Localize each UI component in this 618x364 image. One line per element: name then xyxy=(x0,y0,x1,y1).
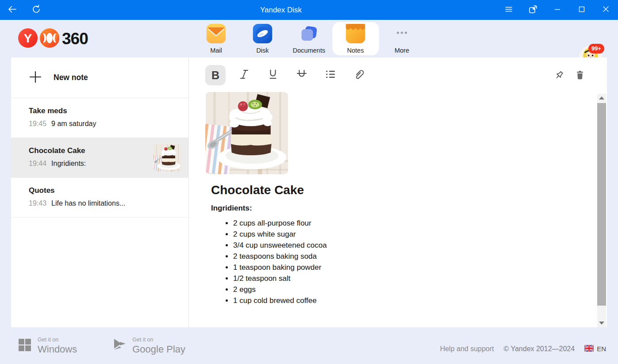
tab-documents[interactable]: Documents xyxy=(286,22,332,55)
note-subtitle[interactable]: Ingridients: xyxy=(205,204,607,213)
note-item-title: Take meds xyxy=(29,107,188,115)
minimize-icon xyxy=(554,6,560,14)
more-dots-icon xyxy=(392,24,412,45)
yandex-y-icon: Y xyxy=(18,28,38,50)
gplay-label: Google Play xyxy=(132,344,185,355)
note-list-item-quotes[interactable]: Quotes 19:43 Life has no limitations... xyxy=(11,178,188,218)
delete-note-button[interactable] xyxy=(574,69,586,81)
ingredient-item[interactable]: 2 cups all-purpose flour xyxy=(233,218,607,229)
windows-logo-icon xyxy=(18,338,32,354)
gplay-get-it-on: Get it on xyxy=(132,337,185,343)
attach-file-button[interactable] xyxy=(349,65,369,85)
tab-mail[interactable]: Mail xyxy=(193,22,239,55)
pin-icon xyxy=(553,69,565,81)
note-list-item-take-meds[interactable]: Take meds 19:45 9 am saturday xyxy=(11,98,188,138)
note-item-time: 19:44 xyxy=(29,160,46,168)
main-sheet: New note Take meds 19:45 9 am saturday C… xyxy=(11,57,607,327)
paperclip-icon xyxy=(353,68,365,82)
bullet-list-icon xyxy=(325,69,336,82)
note-title[interactable]: Chocolate Cake xyxy=(205,183,607,197)
windows-label: Windows xyxy=(38,344,77,355)
ingredients-list[interactable]: 2 cups all-purpose flour 2 cups white su… xyxy=(205,218,607,306)
hamburger-icon xyxy=(504,5,513,15)
maximize-icon xyxy=(579,6,585,14)
minimize-to-tray-icon xyxy=(528,4,538,16)
service-tabs: Mail Disk xyxy=(193,22,425,55)
yandex360-logo[interactable]: Y xyxy=(18,28,88,50)
window-title: Yandex Disk xyxy=(250,6,312,15)
refresh-button[interactable] xyxy=(29,3,44,18)
360-aperture-icon xyxy=(39,28,60,50)
note-item-time: 19:45 xyxy=(29,120,46,128)
tab-disk[interactable]: Disk xyxy=(239,22,286,55)
ingredient-item[interactable]: 1/2 teaspoon salt xyxy=(233,273,607,284)
bold-button[interactable]: B xyxy=(205,65,226,85)
documents-icon xyxy=(299,24,319,45)
underline-button[interactable] xyxy=(263,65,283,85)
svg-text:Y: Y xyxy=(24,31,32,45)
bullet-list-button[interactable] xyxy=(320,65,341,85)
close-button[interactable] xyxy=(594,0,618,20)
note-item-title: Quotes xyxy=(29,186,188,195)
note-item-preview: Life has no limitations... xyxy=(51,199,125,207)
notification-badge: 99+ xyxy=(588,44,604,54)
footer: Get it on Windows Get it on Google Play … xyxy=(0,327,618,364)
strikethrough-icon xyxy=(296,68,308,82)
note-content[interactable]: Chocolate Cake Ingridients: 2 cups all-p… xyxy=(205,92,607,306)
mail-icon xyxy=(207,24,226,45)
note-list-item-chocolate-cake[interactable]: Chocolate Cake 19:44 Ingridients: xyxy=(11,138,188,178)
note-thumbnail-cake xyxy=(154,144,181,172)
italic-button[interactable] xyxy=(234,65,254,85)
language-code: EN xyxy=(597,345,606,353)
note-editor: B xyxy=(189,57,607,327)
back-button[interactable] xyxy=(5,3,20,18)
note-item-time: 19:43 xyxy=(29,199,46,207)
tab-documents-label: Documents xyxy=(293,47,325,54)
notes-icon xyxy=(346,24,365,45)
italic-icon xyxy=(238,69,250,82)
header: Y xyxy=(0,20,618,57)
strikethrough-button[interactable] xyxy=(292,65,312,85)
underline-icon xyxy=(267,69,279,82)
scrollbar-down-arrow-icon[interactable] xyxy=(599,322,604,325)
pin-note-button[interactable] xyxy=(553,69,565,81)
logo-360-text: 360 xyxy=(62,30,88,48)
minimize-button[interactable] xyxy=(545,0,569,20)
note-image-cake[interactable] xyxy=(205,92,288,174)
windows-get-it-on: Get it on xyxy=(38,337,77,343)
trash-icon xyxy=(574,69,586,81)
back-arrow-icon xyxy=(7,4,18,16)
bold-icon: B xyxy=(211,69,219,82)
ingredient-item[interactable]: 2 teaspoons baking soda xyxy=(233,251,607,262)
maximize-button[interactable] xyxy=(569,0,594,20)
note-item-preview: Ingridients: xyxy=(51,160,86,168)
tab-notes[interactable]: Notes xyxy=(332,22,379,55)
tab-more-label: More xyxy=(395,47,409,54)
menu-button[interactable] xyxy=(496,0,521,20)
note-actions xyxy=(553,64,586,86)
vertical-scrollbar[interactable] xyxy=(597,94,606,327)
app-window: Yandex Disk xyxy=(0,0,618,364)
minimize-to-tray-button[interactable] xyxy=(521,0,545,20)
ingredient-item[interactable]: 3/4 cup unsweetened cocoa xyxy=(233,240,607,251)
ingredient-item[interactable]: 1 cup cold brewed coffee xyxy=(233,295,607,306)
ingredient-item[interactable]: 1 teaspoon baking powder xyxy=(233,262,607,273)
note-item-preview: 9 am saturday xyxy=(51,120,96,128)
scrollbar-up-arrow-icon[interactable] xyxy=(599,96,604,100)
disk-icon xyxy=(253,24,273,45)
ingredient-item[interactable]: 2 eggs xyxy=(233,284,607,295)
new-note-button[interactable]: New note xyxy=(11,57,188,98)
get-on-google-play-button[interactable]: Get it on Google Play xyxy=(113,337,185,355)
language-switcher[interactable]: EN xyxy=(584,345,606,353)
uk-flag-icon xyxy=(584,345,594,353)
notes-sidebar: New note Take meds 19:45 9 am saturday C… xyxy=(11,57,189,327)
tab-notes-label: Notes xyxy=(347,47,364,54)
copyright-text: © Yandex 2012—2024 xyxy=(504,345,575,353)
scrollbar-thumb[interactable] xyxy=(597,103,606,306)
tab-more[interactable]: More xyxy=(379,22,425,55)
ingredient-item[interactable]: 2 cups white sugar xyxy=(233,229,607,240)
get-on-windows-button[interactable]: Get it on Windows xyxy=(18,337,77,355)
help-and-support-link[interactable]: Help and support xyxy=(440,345,494,353)
new-note-label: New note xyxy=(54,73,88,82)
close-icon xyxy=(603,6,609,14)
